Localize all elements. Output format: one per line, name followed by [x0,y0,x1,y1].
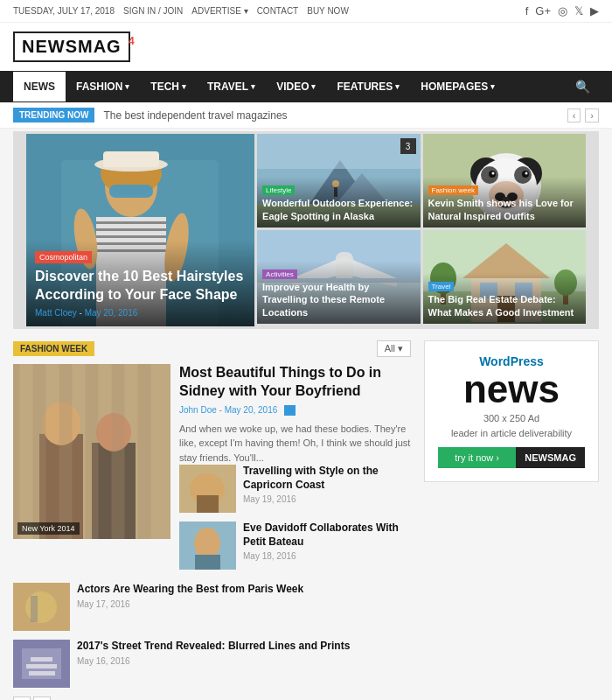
googleplus-icon[interactable]: G+ [535,4,551,18]
logo[interactable]: NEWSMAG4 [13,32,130,62]
svg-rect-77 [29,671,55,676]
side-article-img-2 [13,583,70,631]
featured-image[interactable]: New York 2014 [13,364,170,539]
fashion-filter[interactable]: All ▾ [377,340,411,357]
card-tag-0: Lifestyle [262,186,295,195]
nav-item-tech[interactable]: TECH ▾ [140,72,197,102]
side-article-content-1: Eve Davidoff Collaborates With Petit Bat… [243,522,411,561]
ad-try-button[interactable]: try it now › [438,447,516,468]
content-left: FASHION WEEK All ▾ [13,340,411,700]
svg-rect-6 [96,221,166,224]
pagination: ‹ › [13,696,411,700]
side-article-content-2: Actors Are Wearing the Best from Paris W… [77,583,411,609]
card-title-2: Kevin Smith shows his Love for Natural I… [428,197,581,222]
search-icon[interactable]: 🔍 [567,71,599,102]
trending-bar: TRENDING NOW The best independent travel… [0,102,612,129]
side-article-date-3: May 16, 2016 [77,656,411,666]
side-article-2[interactable]: Actors Are Wearing the Best from Paris W… [13,583,411,631]
hero-overlay: Cosmopolitan Discover the 10 Best Hairst… [26,241,254,326]
side-articles: Travelling with Style on the Capricorn C… [179,465,411,570]
side-article-title-1: Eve Davidoff Collaborates With Petit Bat… [243,522,411,549]
main-content: FASHION WEEK All ▾ [0,332,612,700]
side-article-0[interactable]: Travelling with Style on the Capricorn C… [179,465,411,513]
buynow-link[interactable]: BUY NOW [307,6,349,16]
advertise-link[interactable]: ADVERTISE ▾ [191,6,247,16]
hero-card-3[interactable]: Travel The Big Real Estate Debate: What … [423,230,586,324]
side-article-title-0: Travelling with Style on the Capricorn C… [243,465,411,492]
svg-rect-76 [26,664,57,668]
svg-point-68 [194,528,220,559]
side-article-content-0: Travelling with Style on the Capricorn C… [243,465,411,504]
ad-size: 300 x 250 Ad [438,413,585,424]
ad-buttons: try it now › NEWSMAG [438,447,585,468]
top-bar: TUESDAY, JULY 17, 2018 SIGN IN / JOIN AD… [0,0,612,23]
card-title-1: Improve your Health by Travelling to the… [262,281,414,318]
side-article-1[interactable]: Eve Davidoff Collaborates With Petit Bat… [179,522,411,570]
hero-main[interactable]: Cosmopolitan Discover the 10 Best Hairst… [26,134,254,326]
svg-rect-75 [31,657,52,662]
featured-excerpt: And when we woke up, we had these bodies… [179,422,411,466]
card-title-3: The Big Real Estate Debate: What Makes A… [428,293,581,318]
svg-point-71 [25,592,57,623]
fashion-badge: FASHION WEEK [13,341,94,356]
card-tag-3: Travel [428,282,455,291]
hero-card-1[interactable]: Activities Improve your Health by Travel… [257,230,420,324]
hero-section: Cosmopolitan Discover the 10 Best Hairst… [13,131,599,329]
trending-badge: TRENDING NOW [13,108,94,122]
svg-point-36 [491,172,494,175]
facebook-icon[interactable]: f [525,4,529,18]
svg-rect-66 [197,495,219,513]
hero-side-2: Fashion week Kevin Smith shows his Love … [423,134,586,326]
side-article-title-3: 2017's Street Trend Revealed: Blurred Li… [77,640,411,654]
card-title-0: Wonderful Outdoors Experience: Eagle Spo… [262,197,414,222]
hero-card-0[interactable]: Lifestyle Wonderful Outdoors Experience:… [257,134,420,228]
side-article-img-0 [179,465,236,513]
top-bar-left: TUESDAY, JULY 17, 2018 SIGN IN / JOIN AD… [13,6,349,16]
card-tag-1: Activities [262,270,297,279]
featured-content: Most Beautiful Things to Do in Sidney wi… [179,364,411,578]
svg-point-37 [525,172,527,175]
ad-desc: leader in article deliverability [438,428,585,438]
youtube-icon[interactable]: ▶ [590,4,599,18]
hero-tag: Cosmopolitan [35,251,92,263]
hero-side: Lifestyle Wonderful Outdoors Experience:… [257,134,420,326]
date: TUESDAY, JULY 17, 2018 [13,6,115,16]
side-article-date-2: May 17, 2016 [77,599,411,609]
next-page[interactable]: › [33,696,51,700]
ad-wordpress: WordPress [438,354,585,368]
svg-rect-8 [96,235,166,238]
side-article-img-3 [13,640,70,688]
trending-next[interactable]: › [585,108,599,122]
hero-card-2[interactable]: Fashion week Kevin Smith shows his Love … [423,134,586,228]
nav-item-homepages[interactable]: HOMEPAGES ▾ [410,72,505,102]
signin-link[interactable]: SIGN IN / JOIN [123,6,183,16]
nav: NEWS FASHION ▾ TECH ▾ TRAVEL ▾ VIDEO ▾ F… [0,71,612,102]
nav-item-travel[interactable]: TRAVEL ▾ [197,72,266,102]
trending-prev[interactable]: ‹ [567,108,581,122]
prev-page[interactable]: ‹ [13,696,31,700]
side-article-title-2: Actors Are Wearing the Best from Paris W… [77,583,411,597]
trending-text: The best independent travel magazines [103,109,287,122]
hero-number: 3 [400,138,416,154]
card-tag-2: Fashion week [428,186,478,195]
instagram-icon[interactable]: ◎ [558,4,567,18]
side-article-content-3: 2017's Street Trend Revealed: Blurred Li… [77,640,411,666]
fashion-section-header: FASHION WEEK All ▾ [13,340,411,357]
side-article-date-1: May 18, 2016 [243,551,411,561]
featured-title[interactable]: Most Beautiful Things to Do in Sidney wi… [179,364,411,401]
nav-item-news[interactable]: NEWS [13,72,66,102]
nav-item-fashion[interactable]: FASHION ▾ [66,72,140,102]
side-article-img-1 [179,522,236,570]
svg-rect-19 [257,134,420,169]
svg-rect-4 [109,185,153,198]
nav-item-features[interactable]: FEATURES ▾ [326,72,410,102]
ad-brand[interactable]: NEWSMAG [516,447,585,468]
twitter-icon[interactable]: 𝕏 [574,4,583,18]
featured-article: New York 2014 Most Beautiful Things to D… [13,364,411,578]
nav-item-video[interactable]: VIDEO ▾ [266,72,326,102]
card-overlay-0: Lifestyle Wonderful Outdoors Experience:… [257,177,420,228]
contact-link[interactable]: CONTACT [257,6,299,16]
card-overlay-1: Activities Improve your Health by Travel… [257,261,420,324]
trending-arrows: ‹ › [567,108,599,122]
side-article-3[interactable]: 2017's Street Trend Revealed: Blurred Li… [13,640,411,688]
